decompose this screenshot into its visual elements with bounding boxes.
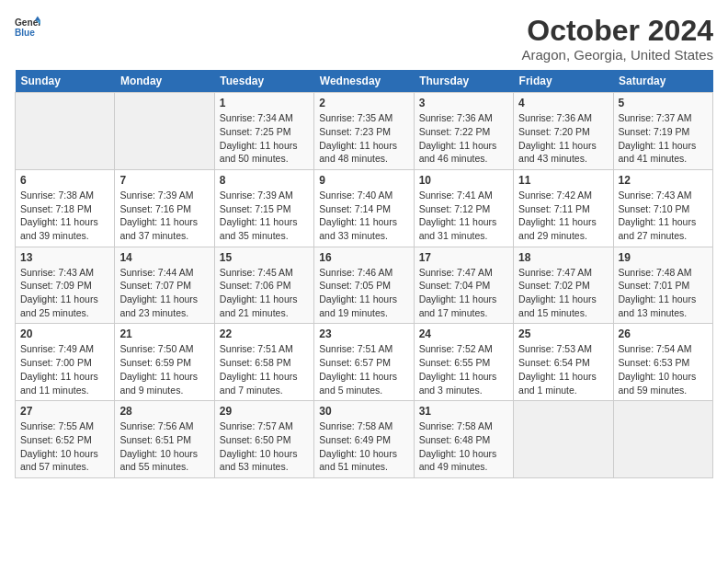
day-info: Sunrise: 7:47 AM Sunset: 7:02 PM Dayligh… xyxy=(518,266,608,320)
page-subtitle: Aragon, Georgia, United States xyxy=(522,47,713,63)
calendar-cell: 15Sunrise: 7:45 AM Sunset: 7:06 PM Dayli… xyxy=(214,247,313,324)
day-number: 13 xyxy=(20,251,109,264)
day-info: Sunrise: 7:43 AM Sunset: 7:10 PM Dayligh… xyxy=(619,189,708,243)
calendar-cell: 13Sunrise: 7:43 AM Sunset: 7:09 PM Dayli… xyxy=(16,247,115,324)
day-info: Sunrise: 7:39 AM Sunset: 7:16 PM Dayligh… xyxy=(119,189,209,243)
calendar-cell: 14Sunrise: 7:44 AM Sunset: 7:07 PM Dayli… xyxy=(115,247,214,324)
day-number: 12 xyxy=(619,174,708,187)
day-number: 26 xyxy=(619,327,708,340)
day-number: 31 xyxy=(419,405,508,418)
day-number: 29 xyxy=(220,405,309,418)
logo-icon: General Blue xyxy=(15,15,40,40)
day-info: Sunrise: 7:39 AM Sunset: 7:15 PM Dayligh… xyxy=(220,189,309,243)
day-header: Saturday xyxy=(613,70,712,93)
page-header: General Blue October 2024 Aragon, Georgi… xyxy=(15,15,713,63)
day-info: Sunrise: 7:35 AM Sunset: 7:23 PM Dayligh… xyxy=(319,111,408,166)
calendar-cell: 20Sunrise: 7:49 AM Sunset: 7:00 PM Dayli… xyxy=(16,324,115,401)
day-info: Sunrise: 7:57 AM Sunset: 6:50 PM Dayligh… xyxy=(220,419,309,474)
calendar-week-row: 20Sunrise: 7:49 AM Sunset: 7:00 PM Dayli… xyxy=(16,324,713,401)
day-info: Sunrise: 7:51 AM Sunset: 6:57 PM Dayligh… xyxy=(319,342,408,396)
day-info: Sunrise: 7:52 AM Sunset: 6:55 PM Dayligh… xyxy=(419,342,508,396)
calendar-cell: 6Sunrise: 7:38 AM Sunset: 7:18 PM Daylig… xyxy=(16,169,115,247)
day-info: Sunrise: 7:49 AM Sunset: 7:00 PM Dayligh… xyxy=(20,342,109,396)
calendar-week-row: 6Sunrise: 7:38 AM Sunset: 7:18 PM Daylig… xyxy=(16,169,713,247)
calendar-cell: 27Sunrise: 7:55 AM Sunset: 6:52 PM Dayli… xyxy=(16,401,115,478)
calendar-cell: 9Sunrise: 7:40 AM Sunset: 7:14 PM Daylig… xyxy=(314,169,414,247)
day-info: Sunrise: 7:58 AM Sunset: 6:49 PM Dayligh… xyxy=(319,419,408,474)
calendar-cell: 25Sunrise: 7:53 AM Sunset: 6:54 PM Dayli… xyxy=(514,324,613,401)
day-header: Wednesday xyxy=(314,70,414,93)
day-info: Sunrise: 7:37 AM Sunset: 7:19 PM Dayligh… xyxy=(619,111,708,166)
day-number: 17 xyxy=(419,251,508,264)
day-info: Sunrise: 7:44 AM Sunset: 7:07 PM Dayligh… xyxy=(119,266,209,320)
calendar-cell: 19Sunrise: 7:48 AM Sunset: 7:01 PM Dayli… xyxy=(613,247,712,324)
calendar-header-row: SundayMondayTuesdayWednesdayThursdayFrid… xyxy=(16,70,713,93)
calendar-cell: 30Sunrise: 7:58 AM Sunset: 6:49 PM Dayli… xyxy=(314,401,414,478)
day-number: 15 xyxy=(220,251,309,264)
calendar-cell: 4Sunrise: 7:36 AM Sunset: 7:20 PM Daylig… xyxy=(514,93,613,170)
day-number: 4 xyxy=(518,97,608,109)
day-number: 24 xyxy=(419,327,508,340)
day-info: Sunrise: 7:47 AM Sunset: 7:04 PM Dayligh… xyxy=(419,266,508,320)
calendar-cell: 1Sunrise: 7:34 AM Sunset: 7:25 PM Daylig… xyxy=(214,93,313,170)
calendar-cell: 26Sunrise: 7:54 AM Sunset: 6:53 PM Dayli… xyxy=(613,324,712,401)
calendar-week-row: 1Sunrise: 7:34 AM Sunset: 7:25 PM Daylig… xyxy=(16,93,713,170)
day-info: Sunrise: 7:38 AM Sunset: 7:18 PM Dayligh… xyxy=(20,189,109,243)
day-number: 6 xyxy=(20,174,109,187)
day-number: 7 xyxy=(119,174,209,187)
calendar-cell xyxy=(16,93,115,170)
day-number: 21 xyxy=(119,327,209,340)
calendar-cell: 28Sunrise: 7:56 AM Sunset: 6:51 PM Dayli… xyxy=(115,401,214,478)
day-number: 19 xyxy=(619,251,708,264)
calendar-cell: 17Sunrise: 7:47 AM Sunset: 7:04 PM Dayli… xyxy=(414,247,513,324)
day-number: 8 xyxy=(220,174,309,187)
day-info: Sunrise: 7:56 AM Sunset: 6:51 PM Dayligh… xyxy=(119,419,209,474)
calendar-cell: 8Sunrise: 7:39 AM Sunset: 7:15 PM Daylig… xyxy=(214,169,313,247)
calendar-cell: 10Sunrise: 7:41 AM Sunset: 7:12 PM Dayli… xyxy=(414,169,513,247)
day-header: Monday xyxy=(115,70,214,93)
day-info: Sunrise: 7:41 AM Sunset: 7:12 PM Dayligh… xyxy=(419,189,508,243)
day-info: Sunrise: 7:40 AM Sunset: 7:14 PM Dayligh… xyxy=(319,189,408,243)
calendar-cell: 5Sunrise: 7:37 AM Sunset: 7:19 PM Daylig… xyxy=(613,93,712,170)
day-number: 23 xyxy=(319,327,408,340)
day-number: 30 xyxy=(319,405,408,418)
day-number: 28 xyxy=(119,405,209,418)
day-info: Sunrise: 7:55 AM Sunset: 6:52 PM Dayligh… xyxy=(20,419,109,474)
calendar-cell: 3Sunrise: 7:36 AM Sunset: 7:22 PM Daylig… xyxy=(414,93,513,170)
day-info: Sunrise: 7:51 AM Sunset: 6:58 PM Dayligh… xyxy=(220,342,309,396)
day-info: Sunrise: 7:54 AM Sunset: 6:53 PM Dayligh… xyxy=(619,342,708,396)
calendar-cell: 23Sunrise: 7:51 AM Sunset: 6:57 PM Dayli… xyxy=(314,324,414,401)
day-info: Sunrise: 7:34 AM Sunset: 7:25 PM Dayligh… xyxy=(220,111,309,166)
day-number: 9 xyxy=(319,174,408,187)
day-number: 22 xyxy=(220,327,309,340)
day-number: 11 xyxy=(518,174,608,187)
day-info: Sunrise: 7:48 AM Sunset: 7:01 PM Dayligh… xyxy=(619,266,708,320)
calendar-cell xyxy=(115,93,214,170)
logo: General Blue xyxy=(15,15,40,40)
day-number: 10 xyxy=(419,174,508,187)
day-number: 27 xyxy=(20,405,109,418)
calendar-cell: 18Sunrise: 7:47 AM Sunset: 7:02 PM Dayli… xyxy=(514,247,613,324)
day-header: Tuesday xyxy=(214,70,313,93)
day-number: 1 xyxy=(220,97,309,109)
day-header: Thursday xyxy=(414,70,513,93)
day-header: Friday xyxy=(514,70,613,93)
day-info: Sunrise: 7:36 AM Sunset: 7:22 PM Dayligh… xyxy=(419,111,508,166)
calendar-cell: 31Sunrise: 7:58 AM Sunset: 6:48 PM Dayli… xyxy=(414,401,513,478)
day-header: Sunday xyxy=(16,70,115,93)
day-info: Sunrise: 7:50 AM Sunset: 6:59 PM Dayligh… xyxy=(119,342,209,396)
calendar-cell xyxy=(613,401,712,478)
day-number: 5 xyxy=(619,97,708,109)
day-info: Sunrise: 7:53 AM Sunset: 6:54 PM Dayligh… xyxy=(518,342,608,396)
calendar-cell: 2Sunrise: 7:35 AM Sunset: 7:23 PM Daylig… xyxy=(314,93,414,170)
calendar-cell: 11Sunrise: 7:42 AM Sunset: 7:11 PM Dayli… xyxy=(514,169,613,247)
calendar-cell: 16Sunrise: 7:46 AM Sunset: 7:05 PM Dayli… xyxy=(314,247,414,324)
calendar-cell: 24Sunrise: 7:52 AM Sunset: 6:55 PM Dayli… xyxy=(414,324,513,401)
day-number: 18 xyxy=(518,251,608,264)
day-number: 2 xyxy=(319,97,408,109)
day-number: 3 xyxy=(419,97,508,109)
calendar-cell: 12Sunrise: 7:43 AM Sunset: 7:10 PM Dayli… xyxy=(613,169,712,247)
svg-text:Blue: Blue xyxy=(15,28,35,38)
calendar-cell: 7Sunrise: 7:39 AM Sunset: 7:16 PM Daylig… xyxy=(115,169,214,247)
day-info: Sunrise: 7:42 AM Sunset: 7:11 PM Dayligh… xyxy=(518,189,608,243)
